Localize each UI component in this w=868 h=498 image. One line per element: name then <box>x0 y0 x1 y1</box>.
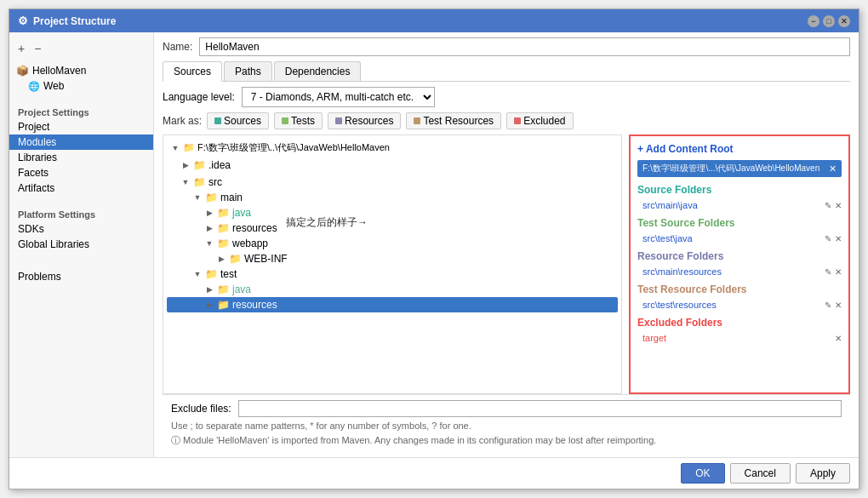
tree-node-src: ▼ 📁 src ▼ 📁 main ▶ 📁 <box>167 174 618 313</box>
source-path-text-0: src\main\java <box>642 200 698 210</box>
tab-paths[interactable]: Paths <box>224 61 272 81</box>
sidebar-item-helloMaven[interactable]: 📦 HelloMaven <box>9 63 153 78</box>
mark-sources-button[interactable]: Sources <box>207 112 269 129</box>
mark-tests-button[interactable]: Tests <box>274 112 323 129</box>
tree-row-test[interactable]: ▼ 📁 test <box>167 266 618 282</box>
sidebar-item-problems[interactable]: Problems <box>9 269 153 284</box>
source-path-edit-0[interactable]: ✎ <box>825 201 831 210</box>
main-content: Name: Sources Paths Dependencies Languag… <box>154 32 859 457</box>
add-content-root-button[interactable]: + Add Content Root <box>637 143 842 155</box>
tree-row-idea[interactable]: ▶ 📁 .idea <box>167 157 618 173</box>
tree-label-test: test <box>220 268 237 280</box>
module-note: ⓘ Module 'HelloMaven' is imported from M… <box>171 434 842 447</box>
test-source-path-edit-0[interactable]: ✎ <box>825 234 831 243</box>
apply-button[interactable]: Apply <box>796 463 850 484</box>
folder-icon-resources-main: 📁 <box>217 222 230 234</box>
test-resource-path-text-0: src\test\resources <box>642 300 717 310</box>
test-resources-color-dot <box>414 117 420 124</box>
sources-color-dot <box>214 117 221 124</box>
close-root-icon[interactable]: ✕ <box>829 163 837 175</box>
name-label: Name: <box>163 41 192 53</box>
right-panel: + Add Content Root F:\数字\班级管理\...\代码\Jav… <box>629 135 850 394</box>
excluded-path-remove-0[interactable]: ✕ <box>835 334 842 343</box>
tabs-bar: Sources Paths Dependencies <box>163 61 850 82</box>
tree-label-idea: .idea <box>208 159 231 171</box>
sidebar: + − 📦 HelloMaven 🌐 Web Project Settings … <box>9 32 154 457</box>
excluded-folders-path-0: target ✕ <box>637 331 842 345</box>
tree-row-java-test[interactable]: ▶ 📁 java <box>167 282 618 297</box>
tab-dependencies[interactable]: Dependencies <box>274 61 362 81</box>
tests-color-dot <box>282 117 288 124</box>
mark-test-resources-button[interactable]: Test Resources <box>406 112 501 129</box>
file-tree[interactable]: ▼ 📁 F:\数字\班级管理\..\代码\JavaWeb\HelloMaven … <box>163 135 622 394</box>
remove-module-button[interactable]: − <box>31 40 44 57</box>
sidebar-item-global-libraries[interactable]: Global Libraries <box>9 237 153 252</box>
resource-path-remove-0[interactable]: ✕ <box>835 267 842 277</box>
test-source-path-text-0: src\test\java <box>642 233 693 243</box>
mark-excluded-button[interactable]: Excluded <box>506 112 573 129</box>
exclude-files-label: Exclude files: <box>171 403 231 415</box>
language-level-select[interactable]: 7 - Diamonds, ARM, multi-catch etc. <box>242 87 435 107</box>
mark-as-label: Mark as: <box>163 115 202 127</box>
tree-node-root: ▼ 📁 F:\数字\班级管理\..\代码\JavaWeb\HelloMaven <box>167 139 618 157</box>
sidebar-item-artifacts[interactable]: Artifacts <box>9 180 153 196</box>
source-path-actions-0: ✎ ✕ <box>825 201 842 210</box>
sidebar-toolbar: + − <box>9 37 153 60</box>
cancel-button[interactable]: Cancel <box>730 463 791 484</box>
tree-label-src: src <box>208 176 222 188</box>
folder-icon-java-test: 📁 <box>217 283 230 295</box>
language-level-row: Language level: 7 - Diamonds, ARM, multi… <box>163 87 850 107</box>
sidebar-item-facets[interactable]: Facets <box>9 165 153 180</box>
tree-row-web-inf[interactable]: ▶ 📁 WEB-INF <box>167 251 618 266</box>
expand-icon-test: ▼ <box>192 270 203 278</box>
sidebar-item-project[interactable]: Project <box>9 119 153 135</box>
tree-row-resources-test[interactable]: ▶ 📁 resources <box>167 297 618 312</box>
ok-button[interactable]: OK <box>681 463 724 484</box>
test-resource-path-edit-0[interactable]: ✎ <box>825 301 831 310</box>
web-icon: 🌐 <box>28 81 40 92</box>
sidebar-item-sdks[interactable]: SDKs <box>9 221 153 237</box>
tree-row-src[interactable]: ▼ 📁 src <box>167 175 618 190</box>
expand-icon-root: ▼ <box>170 144 180 152</box>
close-button[interactable]: ✕ <box>838 15 850 27</box>
sidebar-item-modules[interactable]: Modules <box>9 135 153 150</box>
platform-settings-label: Platform Settings <box>9 204 153 221</box>
name-input[interactable] <box>199 37 850 56</box>
source-folders-path-0: src\main\java ✎ ✕ <box>637 198 842 212</box>
sidebar-item-web[interactable]: 🌐 Web <box>9 78 153 94</box>
module-icon: 📦 <box>16 65 29 77</box>
source-folders-section: Source Folders src\main\java ✎ ✕ <box>637 184 842 217</box>
tree-label-resources-main: resources <box>232 222 277 234</box>
tab-sources[interactable]: Sources <box>163 61 222 82</box>
test-resource-path-remove-0[interactable]: ✕ <box>835 301 842 310</box>
tree-label-main: main <box>220 192 243 203</box>
tree-label-web-inf: WEB-INF <box>244 253 288 265</box>
add-module-button[interactable]: + <box>14 40 28 57</box>
tree-row-main[interactable]: ▼ 📁 main <box>167 190 618 205</box>
root-path-text: F:\数字\班级管理\...\代码\JavaWeb\HelloMaven <box>642 163 819 175</box>
title-bar: ⚙ Project Structure − □ ✕ <box>9 9 859 32</box>
exclude-files-input[interactable] <box>238 400 842 417</box>
source-path-remove-0[interactable]: ✕ <box>835 201 842 210</box>
tree-row-resources-main[interactable]: ▶ 📁 resources <box>167 220 618 236</box>
test-resource-folders-title: Test Resource Folders <box>637 283 842 295</box>
sidebar-item-libraries[interactable]: Libraries <box>9 150 153 165</box>
mark-resources-button[interactable]: Resources <box>328 112 401 129</box>
restore-button[interactable]: □ <box>823 15 835 27</box>
resource-path-edit-0[interactable]: ✎ <box>825 267 831 277</box>
tree-row-java-main[interactable]: ▶ 📁 java <box>167 205 618 220</box>
folder-icon-java-main: 📁 <box>217 207 230 219</box>
tree-row-root[interactable]: ▼ 📁 F:\数字\班级管理\..\代码\JavaWeb\HelloMaven <box>167 140 618 156</box>
expand-icon-src: ▼ <box>180 178 191 186</box>
folder-icon-root: 📁 <box>183 142 195 153</box>
folder-icon-webapp: 📁 <box>217 238 230 249</box>
name-row: Name: <box>163 37 850 56</box>
test-source-path-remove-0[interactable]: ✕ <box>835 234 842 243</box>
expand-icon-idea: ▶ <box>180 161 191 169</box>
test-source-folders-section: Test Source Folders src\test\java ✎ ✕ <box>637 217 842 250</box>
expand-icon-webapp: ▼ <box>204 239 214 248</box>
exclude-hint: Use ; to separate name patterns, * for a… <box>171 421 842 431</box>
excluded-path-actions-0: ✕ <box>835 334 842 343</box>
tree-row-webapp[interactable]: ▼ 📁 webapp <box>167 236 618 251</box>
minimize-button[interactable]: − <box>808 15 819 27</box>
